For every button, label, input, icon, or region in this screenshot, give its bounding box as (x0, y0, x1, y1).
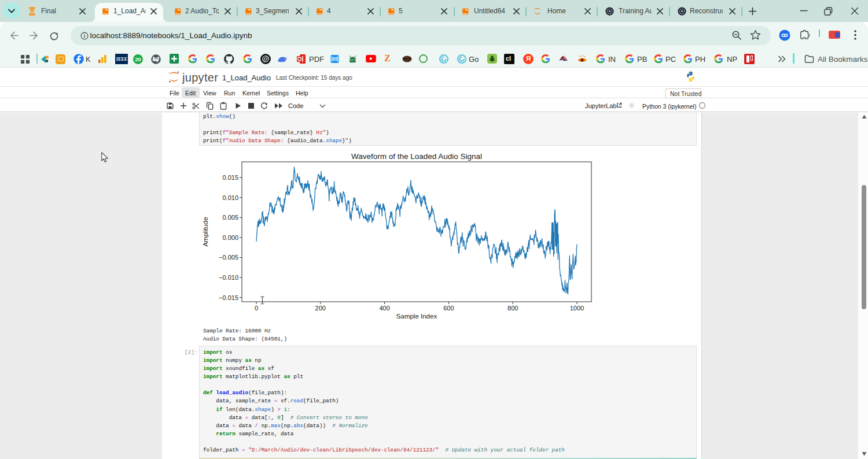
svg-text:0: 0 (255, 305, 258, 312)
svg-text:0.005: 0.005 (222, 214, 238, 221)
svg-text:Amplitude: Amplitude (202, 217, 209, 246)
svg-text:Sample Index: Sample Index (396, 313, 437, 320)
svg-text:400: 400 (379, 305, 389, 312)
svg-text:−0.015: −0.015 (219, 294, 238, 301)
svg-text:0.000: 0.000 (222, 234, 238, 241)
svg-text:800: 800 (507, 305, 518, 312)
svg-text:0.015: 0.015 (222, 174, 238, 181)
svg-text:Waveform of the Loaded Audio S: Waveform of the Loaded Audio Signal (351, 152, 482, 161)
svg-text:−0.010: −0.010 (219, 274, 238, 281)
svg-text:−0.005: −0.005 (219, 254, 238, 261)
svg-text:0.010: 0.010 (222, 194, 238, 201)
svg-text:600: 600 (443, 305, 454, 312)
svg-text:1000: 1000 (570, 305, 584, 312)
svg-text:200: 200 (315, 305, 326, 312)
